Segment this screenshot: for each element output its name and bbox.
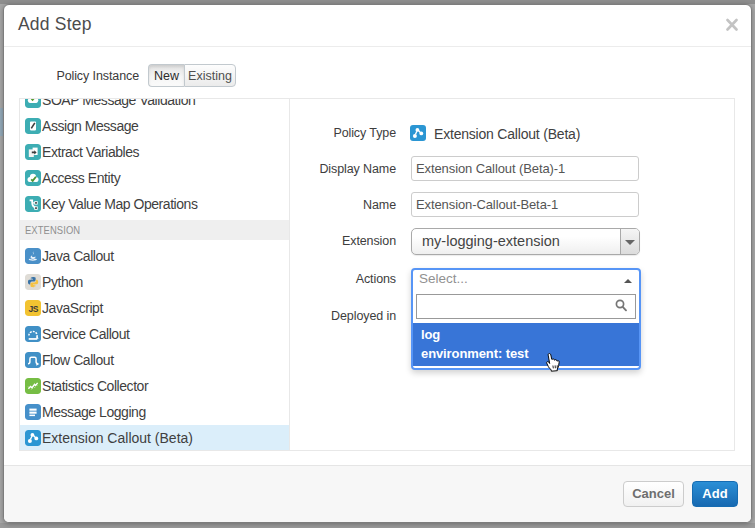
svg-text:JS: JS [28, 304, 38, 314]
